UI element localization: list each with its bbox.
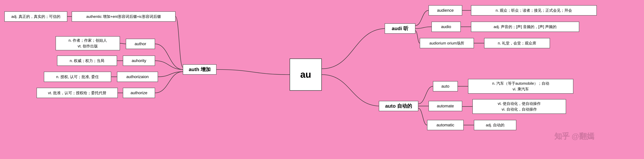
authentic-def-text: adj. 真正的，真实的；可信的 (11, 14, 60, 19)
auhority-def-text: n. 权威；权力；当局 (70, 58, 104, 63)
audience-def: n. 观众；听众；读者；接见；正式会见；拜会 (471, 5, 597, 16)
authorize-def-text: vt. 批准，认可；授权给；委托代替 (48, 90, 106, 96)
automate-text: automate (437, 103, 454, 109)
audio-def-text: adj. 声音的；[声] 音频的，[声] 声频的 (494, 24, 557, 30)
auth-label: auth 增加 (189, 66, 210, 73)
audience-text: audience (437, 8, 454, 13)
audio-text: audio (441, 24, 451, 30)
mind-map-canvas: au auth 增加 authentic 增加+ent形容词后缀+ic形容词后缀… (0, 0, 644, 159)
automatic-def-text: adj. 自动的 (486, 122, 504, 128)
automatic-node: automatic (427, 120, 464, 130)
audience-node: audience (428, 5, 462, 16)
auditorium-def-text: n. 礼堂，会堂；观众席 (498, 40, 536, 46)
authorize-def: vt. 批准，认可；授权给；委托代替 (36, 88, 118, 98)
author-node: author (126, 39, 155, 49)
auhority-text: auhority (132, 58, 146, 64)
automate-def: vt. 使自动化，使自动操作vi. 自动化，自动操作 (472, 99, 566, 114)
authorizaion-def-text: n. 授权, 认可；批准, 委任 (56, 74, 99, 80)
audio-node: audio (432, 22, 461, 32)
authentic-text: authentic 增加+ent形容词后缀+ic形容词后缀 (86, 14, 161, 19)
audi-text: audi 听 (392, 25, 408, 32)
author-def-text: n. 作者；作家；创始人vt. 创作出版 (68, 38, 107, 49)
auth-node: auth 增加 (183, 64, 216, 74)
auto-branch-node: auto 自动的 (379, 101, 418, 111)
watermark-text: 知乎 @翻嫣 (554, 132, 594, 140)
authentic-def: adj. 真正的，真实的；可信的 (4, 12, 67, 22)
authorizaion-text: authorizaion (126, 74, 149, 80)
authorizaion-node: authorizaion (117, 72, 158, 82)
audi-node: audi 听 (385, 24, 416, 34)
watermark: 知乎 @翻嫣 (554, 131, 594, 142)
auditorium-def: n. 礼堂，会堂；观众席 (484, 38, 550, 48)
auto-text: auto (442, 84, 450, 89)
automatic-text: automatic (436, 122, 454, 128)
audio-def: adj. 声音的；[声] 音频的，[声] 声频的 (471, 22, 579, 32)
author-text: author (134, 41, 146, 47)
center-label: au (300, 68, 311, 81)
auto-def-text: n. 汽车（等于automobile）；自动vi. 乘汽车 (492, 80, 549, 92)
auditorium-node: audiorium orium场所 (420, 38, 474, 48)
authorize-node: authorize (123, 88, 155, 98)
automatic-def: adj. 自动的 (474, 120, 516, 130)
auditorium-text: audiorium orium场所 (430, 40, 464, 46)
auhority-def: n. 权威；权力；当局 (57, 56, 117, 66)
authorize-text: authorize (130, 90, 147, 96)
auto-branch-text: auto 自动的 (385, 102, 412, 110)
auhority-node: auhority (123, 56, 155, 66)
author-def: n. 作者；作家；创始人vt. 创作出版 (56, 36, 120, 50)
auto-def: n. 汽车（等于automobile）；自动vi. 乘汽车 (468, 79, 573, 94)
automate-node: automate (428, 101, 462, 111)
auto-node: auto (433, 81, 458, 92)
authentic-node: authentic 增加+ent形容词后缀+ic形容词后缀 (72, 12, 176, 22)
center-node: au (290, 58, 322, 91)
audience-def-text: n. 观众；听众；读者；接见；正式会见；拜会 (496, 8, 572, 13)
authorizaion-def: n. 授权, 认可；批准, 委任 (44, 72, 111, 82)
automate-def-text: vt. 使自动化，使自动操作vi. 自动化，自动操作 (498, 101, 541, 112)
